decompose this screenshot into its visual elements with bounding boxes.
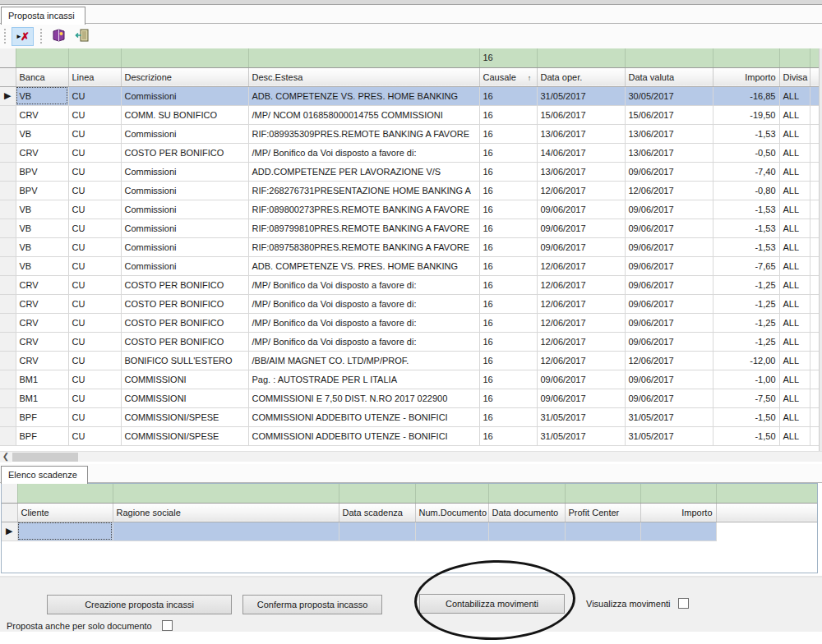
grid-cell[interactable]: RIF:089800273PRES.REMOTE BANKING A FAVOR… <box>248 200 479 218</box>
grid-cell[interactable]: CU <box>68 200 121 218</box>
grid-cell[interactable]: Commissioni <box>121 124 248 143</box>
grid-cell[interactable]: Commissioni <box>121 181 248 200</box>
table-row[interactable]: CRVCUCOSTO PER BONIFICO/MP/ Bonifico da … <box>0 332 822 351</box>
row-selector[interactable] <box>0 275 16 294</box>
row-selector[interactable] <box>0 256 16 275</box>
col-header-data-scadenza[interactable]: Data scadenza <box>339 503 415 522</box>
grid-cell[interactable]: 09/06/2017 <box>537 237 625 256</box>
grid-cell[interactable]: 31/05/2017 <box>625 407 713 426</box>
grid-cell[interactable]: 31/05/2017 <box>537 426 625 445</box>
grid-cell[interactable]: CU <box>68 105 121 124</box>
grid-cell[interactable]: -1,25 <box>713 332 779 351</box>
conferma-proposta-incasso-button[interactable]: Conferma proposta incasso <box>242 595 382 614</box>
filter-cell-data-valuta[interactable] <box>625 48 713 67</box>
grid-cell[interactable]: CU <box>68 86 121 105</box>
grid-cell[interactable]: 15/06/2017 <box>537 105 625 124</box>
grid-cell[interactable]: 16 <box>479 275 537 294</box>
grid-cell[interactable]: 13/06/2017 <box>625 124 713 143</box>
grid-cell[interactable]: -1,25 <box>713 313 779 332</box>
table-row[interactable]: CRVCUCOSTO PER BONIFICO/MP/ Bonifico da … <box>0 313 822 332</box>
table-row[interactable]: BM1CUCOMMISSIONICOMMISSIONI E 7,50 DIST.… <box>0 389 822 407</box>
filter-cell-descrizione[interactable] <box>121 48 248 67</box>
grid-cell[interactable]: CU <box>68 162 121 181</box>
grid-cell[interactable]: 09/06/2017 <box>537 370 625 389</box>
grid-cell[interactable]: COMMISSIONI/SPESE <box>121 426 248 445</box>
grid-cell[interactable]: COMMISSIONI E 7,50 DIST. N.RO 2017 02290… <box>248 389 479 407</box>
grid-cell[interactable]: ALL <box>779 332 810 351</box>
grid-cell[interactable]: COSTO PER BONIFICO <box>121 275 248 294</box>
grid-cell[interactable]: CU <box>68 294 121 313</box>
grid-cell[interactable]: 16 <box>479 124 537 143</box>
grid-cell[interactable]: Commissioni <box>121 218 248 237</box>
grid-cell[interactable]: 12/06/2017 <box>537 313 625 332</box>
col-header-descrizione[interactable]: Descrizione <box>121 67 248 86</box>
col-header-importo[interactable]: Importo <box>713 67 779 86</box>
grid-cell[interactable]: CRV <box>16 313 68 332</box>
grid-cell[interactable]: RIF:268276731PRESENTAZIONE HOME BANKING … <box>248 181 479 200</box>
grid-cell[interactable]: RIF:089758380PRES.REMOTE BANKING A FAVOR… <box>248 237 479 256</box>
row-selector[interactable] <box>0 105 16 124</box>
grid-cell[interactable]: 16 <box>479 407 537 426</box>
col-header-cliente[interactable]: Cliente <box>17 503 113 522</box>
creazione-proposta-incassi-button[interactable]: Creazione proposta incassi <box>47 595 232 614</box>
grid-cell[interactable]: 31/05/2017 <box>537 407 625 426</box>
filter-cell-divisa[interactable] <box>779 48 810 67</box>
table-row[interactable]: BPFCUCOMMISSIONI/SPESECOMMISSIONI ADDEBI… <box>0 426 822 445</box>
scroll-left-button[interactable]: ❮ <box>0 452 12 462</box>
grid-cell[interactable]: VB <box>16 124 68 143</box>
grid-cell[interactable]: VB <box>16 256 68 275</box>
grid-cell[interactable]: 16 <box>479 332 537 351</box>
filter-cell-cliente[interactable] <box>17 484 113 503</box>
toolbar-grip[interactable] <box>4 29 8 44</box>
cancel-button[interactable]: ►✗ <box>12 27 34 46</box>
table-row[interactable]: CRVCUCOSTO PER BONIFICO/MP/ Bonifico da … <box>0 294 822 313</box>
grid-cell[interactable]: 13/06/2017 <box>625 143 713 162</box>
grid-cell[interactable]: RIF:089935309PRES.REMOTE BANKING A FAVOR… <box>248 124 479 143</box>
scrollbar-thumb[interactable] <box>12 453 78 462</box>
grid-cell[interactable]: -1,53 <box>713 218 779 237</box>
grid-cell[interactable]: ALL <box>779 200 810 218</box>
grid-cell[interactable]: CU <box>68 181 121 200</box>
grid-cell[interactable]: 12/06/2017 <box>537 332 625 351</box>
filter-cell-importo[interactable] <box>640 484 716 503</box>
grid-cell[interactable]: ALL <box>779 218 810 237</box>
grid-cell[interactable]: CU <box>68 313 121 332</box>
grid-cell[interactable]: -0,50 <box>713 143 779 162</box>
grid-cell[interactable]: -1,53 <box>713 124 779 143</box>
grid-cell[interactable]: COMMISSIONI <box>121 389 248 407</box>
grid-cell[interactable]: 16 <box>479 370 537 389</box>
grid-cell[interactable]: 09/06/2017 <box>625 332 713 351</box>
grid-cell[interactable]: 16 <box>479 181 537 200</box>
col-header-data-documento[interactable]: Data documento <box>488 503 565 522</box>
grid-cell[interactable]: -0,80 <box>713 181 779 200</box>
grid-cell[interactable]: CU <box>68 389 121 407</box>
grid-cell[interactable]: ALL <box>779 294 810 313</box>
grid-cell[interactable]: CU <box>68 143 121 162</box>
grid-cell[interactable]: 12/06/2017 <box>625 351 713 370</box>
grid-cell[interactable]: 16 <box>479 237 537 256</box>
filter-cell-data-documento[interactable] <box>488 484 565 503</box>
table-row[interactable]: BPVCUCommissioniRIF:268276731PRESENTAZIO… <box>0 181 822 200</box>
grid-cell[interactable]: BPV <box>16 181 68 200</box>
grid-cell[interactable]: 09/06/2017 <box>625 218 713 237</box>
grid-cell[interactable]: /MP/ Bonifico da Voi disposto a favore d… <box>248 332 479 351</box>
grid-cell[interactable]: -1,25 <box>713 294 779 313</box>
grid-cell[interactable]: 09/06/2017 <box>625 275 713 294</box>
grid-cell[interactable]: ADB. COMPETENZE VS. PRES. HOME BANKING <box>248 256 479 275</box>
table-row[interactable]: ▶VBCUCommissioniADB. COMPETENZE VS. PRES… <box>0 86 822 105</box>
col-header-divisa[interactable]: Divisa <box>779 67 810 86</box>
col-header-banca[interactable]: Banca <box>16 67 68 86</box>
grid-cell[interactable]: /MP/ Bonifico da Voi disposto a favore d… <box>248 143 479 162</box>
col-header-importo[interactable]: Importo <box>640 503 716 522</box>
grid-cell[interactable]: -7,65 <box>713 256 779 275</box>
grid-cell[interactable]: ALL <box>779 313 810 332</box>
grid-cell[interactable]: 09/06/2017 <box>625 370 713 389</box>
exit-button[interactable] <box>70 27 92 46</box>
row-selector[interactable] <box>0 143 16 162</box>
row-selector[interactable] <box>0 370 16 389</box>
grid-cell[interactable] <box>113 522 339 540</box>
grid-cell[interactable]: /MP/ NCOM 016858000014755 COMMISSIONI <box>248 105 479 124</box>
grid-cell[interactable]: BM1 <box>16 370 68 389</box>
table-row[interactable]: BM1CUCOMMISSIONIPag. : AUTOSTRADE PER L … <box>0 370 822 389</box>
grid-cell[interactable]: COSTO PER BONIFICO <box>121 143 248 162</box>
